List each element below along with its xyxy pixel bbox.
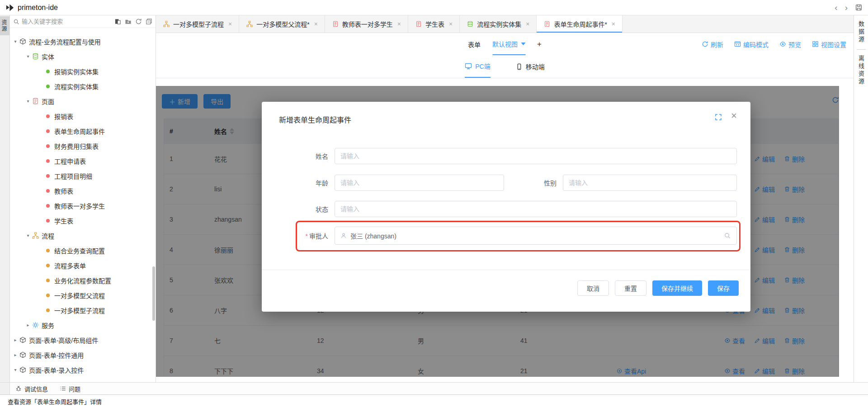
tree-item[interactable]: 页面 (10, 94, 156, 109)
tree-dot-icon (46, 219, 50, 223)
tree-expand-arrow-icon[interactable] (25, 99, 31, 104)
new-folder-icon[interactable] (125, 18, 132, 25)
tab-close-icon[interactable] (526, 20, 529, 28)
code-mode-action[interactable]: 编码模式 (734, 40, 769, 49)
mobile-view-tab[interactable]: 移动端 (516, 55, 545, 78)
tree-item[interactable]: 教师表 (10, 183, 156, 198)
editor-tab[interactable]: 表单生命周起事件* (537, 15, 623, 33)
status-field[interactable] (335, 201, 737, 217)
tab-close-icon[interactable] (612, 20, 615, 28)
nav-back-icon[interactable]: ‹ (835, 3, 837, 12)
status-field-label: 状态 (262, 204, 328, 213)
close-icon[interactable] (731, 110, 737, 122)
reset-button[interactable]: 重置 (615, 280, 646, 296)
save-button[interactable]: 保存 (708, 280, 739, 296)
approver-field[interactable]: 张三 (zhangsan) (335, 227, 737, 245)
editor-tab-bar: 一对多模型子流程 一对多模型父流程* (156, 15, 854, 33)
tree-expand-arrow-icon[interactable] (25, 323, 31, 327)
add-view-button[interactable]: + (537, 40, 542, 49)
tree-dot-icon (46, 204, 50, 208)
age-field[interactable] (335, 175, 504, 191)
tab-type-icon (163, 20, 170, 28)
tree-item[interactable]: 流程-业务流程配置与使用 (10, 34, 156, 49)
tree-expand-arrow-icon[interactable] (13, 39, 18, 44)
editor-tab[interactable]: 教师表一对多学生 (325, 15, 408, 33)
editor-tab[interactable]: 学生表 (408, 15, 460, 33)
tree-item[interactable]: 学生表 (10, 213, 156, 228)
default-view-tab[interactable]: 默认视图 (492, 33, 525, 55)
sidebar-scrollbar[interactable] (152, 266, 155, 321)
tree-item[interactable]: 流程 (10, 228, 156, 243)
tree-item[interactable]: 页面-表单-录入控件 (10, 362, 156, 377)
tree-expand-arrow-icon[interactable] (13, 367, 18, 372)
pc-view-tab[interactable]: PC端 (465, 55, 490, 78)
editor-tab[interactable]: 一对多模型父流程* (239, 15, 325, 33)
tree-item-icon (44, 68, 52, 75)
tree-item[interactable]: 一对多模型父流程 (10, 288, 156, 303)
bottom-strip-spacer (0, 383, 10, 394)
tree-expand-arrow-icon[interactable] (25, 233, 31, 238)
form-tab[interactable]: 表单 (468, 40, 481, 49)
tree-dot-icon (46, 129, 50, 133)
tree-item-label: 教师表 (54, 186, 73, 195)
tree-item[interactable]: 结合业务查询配置 (10, 243, 156, 258)
refresh-icon[interactable] (135, 18, 142, 25)
tree-item-icon (44, 247, 52, 254)
problems-tab[interactable]: 问题 (60, 384, 80, 393)
tab-close-icon[interactable] (449, 20, 453, 28)
collapse-all-icon[interactable] (146, 18, 152, 25)
tree-item[interactable]: 教师表一对多学生 (10, 198, 156, 213)
nav-forward-icon[interactable]: › (845, 3, 848, 12)
tree-item-label: 报销表 (54, 112, 73, 121)
tree-item[interactable]: 一对多模型子流程 (10, 303, 156, 318)
offline-resources-panel-tab[interactable]: 离线资源 (857, 55, 865, 86)
tree-item[interactable]: 流程多表单 (10, 258, 156, 273)
fullscreen-icon[interactable] (715, 114, 722, 121)
tab-close-icon[interactable] (314, 20, 318, 28)
tree-item-label: 一对多模型父流程 (54, 291, 105, 300)
tree-item[interactable]: 页面-表单-高级/布局组件 (10, 332, 156, 347)
approver-field-label: *审批人 (262, 231, 328, 240)
cancel-button[interactable]: 取消 (577, 280, 609, 296)
tab-close-icon[interactable] (397, 20, 401, 28)
tree-item[interactable]: 服务 (10, 318, 156, 332)
tree-item[interactable]: 报销表 (10, 109, 156, 123)
tree-item-icon (32, 98, 39, 105)
save-and-continue-button[interactable]: 保存并继续 (652, 280, 702, 296)
resources-strip-tab[interactable]: 资源 (0, 16, 9, 35)
refresh-action[interactable]: 刷新 (702, 40, 723, 49)
save-all-icon[interactable] (855, 4, 863, 11)
dialog-title: 新增表单生命周起事件 (279, 114, 351, 125)
title-bar: primeton-ide ‹ › (0, 0, 868, 15)
mobile-view-label: 移动端 (526, 62, 545, 71)
name-field[interactable] (335, 148, 737, 164)
tree-item[interactable]: 表单生命周起事件 (10, 123, 156, 138)
editor-tab[interactable]: 一对多模型子流程 (156, 15, 239, 33)
tab-label: 流程实例实体集 (477, 19, 521, 28)
view-settings-action[interactable]: 视图设置 (812, 40, 846, 49)
tree-expand-arrow-icon[interactable] (13, 352, 18, 357)
tree-item[interactable]: 流程实例实体集 (10, 79, 156, 94)
tree-item[interactable]: 业务化流程参数配置 (10, 273, 156, 288)
preview-action[interactable]: 预览 (779, 40, 801, 49)
editor-tab[interactable]: 流程实例实体集 (460, 15, 537, 33)
tree-item[interactable]: 财务费用归集表 (10, 138, 156, 153)
search-input[interactable] (22, 18, 112, 25)
tree-expand-arrow-icon[interactable] (25, 54, 31, 59)
panel-divider (857, 49, 866, 50)
tree-item[interactable]: 工程申请表 (10, 153, 156, 168)
datasource-panel-tab[interactable]: 数据源 (857, 21, 865, 44)
tree-item[interactable]: 实体 (10, 49, 156, 64)
tree-item[interactable]: 工程项目明细 (10, 168, 156, 183)
new-resource-icon[interactable] (114, 18, 121, 25)
resource-tree: 流程-业务流程配置与使用 实体 (10, 28, 156, 377)
approver-search-icon[interactable] (724, 232, 731, 239)
refresh-icon (702, 41, 708, 47)
sex-field[interactable] (563, 175, 737, 191)
field-row-status: 状态 (262, 201, 737, 217)
debug-info-tab[interactable]: 调试信息 (15, 384, 48, 393)
tab-close-icon[interactable] (228, 20, 232, 28)
tree-item[interactable]: 报销实例实体集 (10, 64, 156, 79)
tree-item[interactable]: 页面-表单-控件通用 (10, 347, 156, 362)
tree-expand-arrow-icon[interactable] (13, 337, 18, 342)
